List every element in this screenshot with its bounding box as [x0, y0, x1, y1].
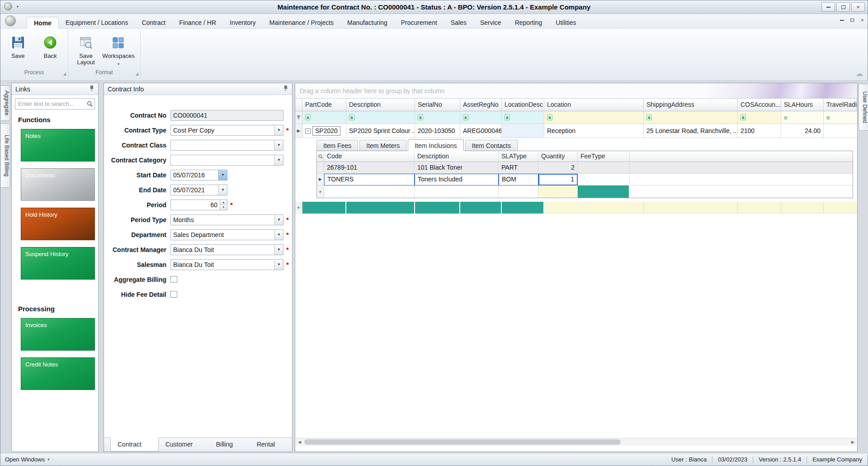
filter-cell-slahours[interactable]: [781, 111, 824, 124]
new-cell-slahours[interactable]: [781, 202, 824, 214]
filter-cell-serialno[interactable]: [415, 111, 460, 124]
horizontal-scrollbar[interactable]: ◀ ▶: [296, 438, 857, 446]
cell-slatype[interactable]: BOM: [499, 174, 538, 185]
link-documents-button[interactable]: Documents: [21, 168, 95, 201]
cell-serialno[interactable]: 2020-103050: [415, 124, 460, 138]
contract-class-dropdown[interactable]: ▼: [170, 140, 283, 151]
tab-item-inclusions[interactable]: Item Inclusions: [408, 139, 463, 151]
ribbon-tab-manufacturing[interactable]: Manufacturing: [340, 17, 394, 29]
cell-description[interactable]: SP2020 Sprint Colour ...: [346, 124, 415, 138]
new-cell-description[interactable]: [346, 202, 415, 214]
column-header-shippingaddress[interactable]: ShippingAddress: [644, 99, 738, 111]
equipment-row-sp2020[interactable]: −SP2020 SP2020 Sprint Colour ... 2020-10…: [295, 124, 857, 138]
close-button[interactable]: ×: [851, 2, 865, 12]
ribbon-tab-home[interactable]: Home: [27, 17, 59, 29]
open-windows-dropdown-icon[interactable]: ▾: [47, 457, 49, 461]
equals-condition-icon[interactable]: [826, 114, 830, 121]
salesman-dropdown[interactable]: Bianca Du Toit ▼: [170, 259, 283, 270]
collapse-detail-icon[interactable]: −: [305, 128, 311, 134]
filter-condition-icon[interactable]: [349, 114, 354, 120]
column-header-slahours[interactable]: SLAHours: [781, 99, 824, 111]
filter-condition-icon[interactable]: [418, 114, 423, 120]
save-button[interactable]: Save: [3, 32, 33, 59]
ribbon-tab-finance-hr[interactable]: Finance / HR: [172, 17, 223, 29]
hide-fee-detail-checkbox[interactable]: [170, 291, 177, 298]
child-close-button[interactable]: ×: [860, 17, 864, 23]
column-header-location[interactable]: Location: [544, 99, 644, 111]
chevron-down-icon[interactable]: ▼: [218, 185, 227, 195]
filter-condition-icon[interactable]: [505, 114, 510, 120]
grid-new-row[interactable]: [295, 202, 857, 214]
detail-search-icon[interactable]: [317, 151, 324, 162]
cell-code[interactable]: 26789-101: [324, 162, 415, 174]
end-date-picker[interactable]: 05/07/2021 ▼: [170, 185, 227, 195]
new-cell-code[interactable]: [324, 185, 415, 198]
scrollbar-thumb[interactable]: [304, 439, 621, 445]
equals-condition-icon[interactable]: [784, 114, 788, 121]
cell-travelradius[interactable]: [824, 124, 857, 138]
cell-quantity-editing[interactable]: 1: [538, 174, 578, 185]
cell-feetype[interactable]: [578, 162, 630, 174]
ribbon-tab-utilities[interactable]: Utilities: [549, 17, 583, 29]
search-icon[interactable]: [85, 101, 94, 107]
ribbon-tab-procurement[interactable]: Procurement: [394, 17, 444, 29]
links-search-input[interactable]: [15, 100, 85, 107]
period-type-dropdown[interactable]: Months ▼: [170, 214, 283, 225]
chevron-down-icon[interactable]: ▼: [274, 245, 283, 255]
new-cell-cosaccount[interactable]: [738, 202, 781, 214]
new-cell-shippingaddress[interactable]: [644, 202, 738, 214]
ribbon-collapse-icon[interactable]: ☁: [856, 69, 863, 78]
chevron-down-icon[interactable]: ▼: [218, 170, 227, 180]
ribbon-tab-service[interactable]: Service: [473, 17, 508, 29]
application-logo-icon[interactable]: [5, 15, 16, 26]
scrollbar-track[interactable]: [303, 438, 849, 446]
cell-assetregno[interactable]: AREG000046: [460, 124, 502, 138]
filter-cell-description[interactable]: [346, 111, 415, 124]
ribbon-tab-inventory[interactable]: Inventory: [223, 17, 263, 29]
spin-down-icon[interactable]: ▼: [220, 204, 227, 210]
child-minimize-button[interactable]: [840, 17, 844, 23]
ribbon-tab-maintenance-projects[interactable]: Maintenance / Projects: [263, 17, 340, 29]
contract-type-dropdown[interactable]: Cost Per Copy ▼: [170, 125, 283, 136]
link-notes-button[interactable]: Notes: [21, 129, 95, 162]
start-date-picker[interactable]: 05/07/2016 ▼: [170, 170, 227, 181]
link-invoices-button[interactable]: Invoices: [21, 318, 95, 351]
quick-access-dropdown-icon[interactable]: ▾: [17, 5, 19, 9]
process-dialog-launcher-icon[interactable]: ◢: [63, 72, 66, 76]
chevron-down-icon[interactable]: ▼: [274, 260, 283, 270]
new-cell-location[interactable]: [544, 202, 644, 214]
new-cell-assetregno[interactable]: [460, 202, 502, 214]
quick-access-toolbar[interactable]: ▾: [4, 2, 19, 10]
new-cell-quantity[interactable]: [538, 185, 578, 198]
chevron-down-icon[interactable]: ▼: [274, 125, 283, 135]
maximize-button[interactable]: [836, 2, 850, 12]
chevron-down-icon[interactable]: ▼: [274, 215, 283, 225]
department-dropdown[interactable]: Sales Department ▼: [170, 229, 283, 240]
scroll-left-icon[interactable]: ◀: [296, 438, 303, 446]
ribbon-tab-equipment-locations[interactable]: Equipment / Locations: [59, 17, 135, 29]
link-suspend-history-button[interactable]: Suspend History: [21, 247, 95, 280]
filter-cell-cosaccount[interactable]: [738, 111, 781, 124]
back-button[interactable]: Back: [36, 32, 66, 59]
new-cell-locationdesc[interactable]: [502, 202, 544, 214]
save-layout-button[interactable]: Save Layout: [71, 32, 101, 66]
contract-manager-dropdown[interactable]: Bianca Du Toit ▼: [170, 244, 283, 255]
tab-item-fees[interactable]: Item Fees: [316, 140, 358, 151]
cell-partcode[interactable]: −SP2020: [302, 124, 346, 138]
new-cell-description[interactable]: [415, 185, 499, 198]
filter-condition-icon[interactable]: [646, 114, 652, 120]
link-hold-history-button[interactable]: Hold History: [21, 208, 95, 240]
inclusion-row-toners-selected[interactable]: TONERS Toners Included BOM 1: [317, 174, 853, 185]
tab-rental-info[interactable]: Rental Info: [250, 438, 292, 452]
group-by-bar[interactable]: Drag a column header here to group by th…: [295, 83, 857, 99]
column-header-quantity[interactable]: Quantity: [538, 151, 578, 162]
child-restore-button[interactable]: [850, 17, 854, 23]
column-header-description[interactable]: Description: [346, 99, 415, 111]
new-cell-serialno[interactable]: [415, 202, 460, 214]
tab-item-meters[interactable]: Item Meters: [359, 140, 406, 151]
cell-locationdesc[interactable]: [502, 124, 544, 138]
dock-tab-life-based-billing[interactable]: Life Based Billing: [1, 124, 10, 188]
spin-up-icon[interactable]: ▲: [220, 200, 227, 205]
column-header-cosaccount[interactable]: COSAccoun...: [738, 99, 781, 111]
column-header-feetype[interactable]: FeeType: [578, 151, 630, 162]
